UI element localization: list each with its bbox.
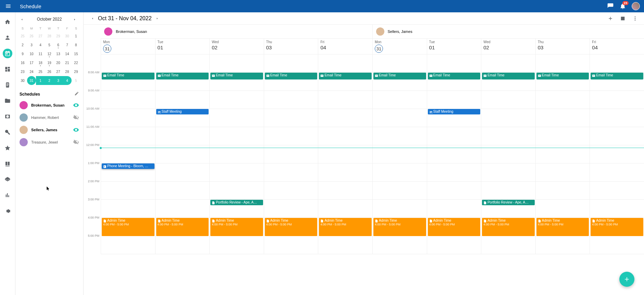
user-avatar[interactable] — [632, 2, 640, 10]
day-header[interactable]: Thu 03 — [264, 39, 318, 54]
day-column[interactable]: Email TimePhone Meeting - Bloom, …Admin … — [101, 54, 155, 254]
mini-cal-day[interactable]: 31 — [27, 76, 36, 85]
nav-person[interactable] — [3, 33, 12, 42]
day-column[interactable]: Email TimeAdmin Time4:00 PM - 5:00 PM — [372, 54, 427, 254]
mini-cal-day[interactable]: 12 — [45, 49, 54, 58]
mini-cal-day[interactable]: 5 — [72, 76, 80, 85]
mini-cal-day[interactable]: 17 — [27, 58, 36, 67]
nav-calendar[interactable] — [3, 49, 12, 58]
mini-cal-day[interactable]: 23 — [18, 67, 27, 76]
event-email[interactable]: Email Time — [210, 73, 263, 79]
mini-cal-day[interactable]: 30 — [63, 32, 72, 40]
mini-cal-day[interactable]: 30 — [18, 76, 27, 85]
day-column[interactable]: Email TimeAdmin Time4:00 PM - 5:00 PM — [535, 54, 590, 254]
event-admin[interactable]: Admin Time4:00 PM - 5:00 PM — [428, 218, 481, 236]
visibility-toggle[interactable] — [73, 102, 79, 108]
day-column[interactable]: Email TimePortfolio Review - Ape, A…Admi… — [209, 54, 264, 254]
event-email[interactable]: Email Time — [156, 73, 209, 79]
event-admin[interactable]: Admin Time4:00 PM - 5:00 PM — [536, 218, 589, 236]
chart-view-icon[interactable] — [619, 14, 627, 23]
mini-cal-day[interactable]: 24 — [27, 67, 36, 76]
event-staff-meeting[interactable]: Staff Meeting — [428, 109, 481, 114]
day-header[interactable]: Tue 01 — [427, 39, 481, 54]
edit-schedules-icon[interactable] — [74, 91, 79, 97]
mini-cal-day[interactable]: 3 — [27, 40, 36, 49]
event-email[interactable]: Email Time — [265, 73, 318, 79]
mini-cal-day[interactable]: 27 — [54, 67, 63, 76]
event-email[interactable]: Email Time — [319, 73, 372, 79]
mini-cal-day[interactable]: 6 — [54, 40, 63, 49]
day-column[interactable]: Email TimeAdmin Time4:00 PM - 5:00 PM — [264, 54, 318, 254]
event-portfolio[interactable]: Portfolio Review - Ape, A… — [482, 200, 535, 205]
mini-cal-day[interactable]: 26 — [45, 67, 54, 76]
event-admin[interactable]: Admin Time4:00 PM - 5:00 PM — [373, 218, 426, 236]
nav-book[interactable] — [3, 159, 12, 169]
mini-cal-day[interactable]: 11 — [36, 49, 45, 58]
menu-button[interactable] — [4, 2, 12, 10]
nav-analytics[interactable] — [3, 190, 12, 200]
day-header[interactable]: Mon 31 — [372, 39, 427, 54]
event-admin[interactable]: Admin Time4:00 PM - 5:00 PM — [482, 218, 535, 236]
event-portfolio[interactable]: Portfolio Review - Ape, A… — [210, 200, 263, 205]
mini-cal-day[interactable]: 28 — [45, 32, 54, 40]
day-column[interactable]: Email TimeStaff MeetingAdmin Time4:00 PM… — [427, 54, 481, 254]
event-email[interactable]: Email Time — [591, 73, 643, 79]
day-header[interactable]: Wed 02 — [209, 39, 264, 54]
mini-cal-day[interactable]: 2 — [18, 40, 27, 49]
mini-cal-day[interactable]: 5 — [45, 40, 54, 49]
mini-cal-day[interactable]: 21 — [63, 58, 72, 67]
event-email[interactable]: Email Time — [102, 73, 154, 79]
mini-cal-day[interactable]: 3 — [54, 76, 63, 85]
mini-cal-day[interactable]: 29 — [72, 67, 80, 76]
mini-cal-next[interactable] — [73, 16, 78, 22]
mini-cal-day[interactable]: 13 — [54, 49, 63, 58]
mini-cal-day[interactable]: 20 — [54, 58, 63, 67]
event-admin[interactable]: Admin Time4:00 PM - 5:00 PM — [210, 218, 263, 236]
mini-cal-day[interactable]: 10 — [27, 49, 36, 58]
mini-cal-day[interactable]: 14 — [63, 49, 72, 58]
visibility-toggle[interactable] — [73, 127, 79, 133]
nav-folder[interactable] — [3, 96, 12, 106]
day-column[interactable]: Email TimeAdmin Time4:00 PM - 5:00 PM — [590, 54, 644, 254]
day-header[interactable]: Wed 02 — [481, 39, 535, 54]
add-event-icon[interactable] — [606, 14, 615, 23]
schedule-item[interactable]: Brokerman, Susan — [18, 99, 80, 111]
visibility-toggle[interactable] — [73, 139, 79, 145]
range-next[interactable] — [153, 14, 161, 23]
visibility-toggle[interactable] — [73, 114, 79, 121]
day-header[interactable]: Thu 03 — [535, 39, 590, 54]
mini-cal-day[interactable]: 7 — [63, 40, 72, 49]
event-email[interactable]: Email Time — [428, 73, 481, 79]
event-email[interactable]: Email Time — [373, 73, 426, 79]
mini-cal-day[interactable]: 4 — [63, 76, 72, 85]
mini-cal-day[interactable]: 29 — [54, 32, 63, 40]
event-admin[interactable]: Admin Time4:00 PM - 5:00 PM — [102, 218, 154, 236]
chat-icon[interactable] — [607, 3, 614, 10]
mini-cal-day[interactable]: 27 — [36, 32, 45, 40]
event-email[interactable]: Email Time — [482, 73, 535, 79]
nav-wrench[interactable] — [3, 127, 12, 137]
notifications-icon[interactable]: 23 — [619, 3, 626, 10]
event-admin[interactable]: Admin Time4:00 PM - 5:00 PM — [265, 218, 318, 236]
nav-dashboard[interactable] — [3, 64, 12, 74]
nav-home[interactable] — [3, 17, 12, 27]
mini-cal-day[interactable]: 15 — [72, 49, 80, 58]
day-header[interactable]: Mon 31 — [101, 39, 155, 54]
event-staff-meeting[interactable]: Staff Meeting — [156, 109, 209, 114]
mini-cal-day[interactable]: 1 — [72, 32, 80, 40]
mini-cal-day[interactable]: 2 — [45, 76, 54, 85]
day-header[interactable]: Fri 04 — [318, 39, 372, 54]
range-prev[interactable] — [88, 14, 97, 23]
mini-cal-day[interactable]: 1 — [36, 76, 45, 85]
mini-cal-day[interactable]: 25 — [18, 32, 27, 40]
event-admin[interactable]: Admin Time4:00 PM - 5:00 PM — [319, 218, 372, 236]
mini-cal-prev[interactable] — [20, 16, 26, 22]
day-header[interactable]: Fri 04 — [590, 39, 644, 54]
mini-cal-day[interactable]: 25 — [36, 67, 45, 76]
mini-cal-day[interactable]: 4 — [36, 40, 45, 49]
event-admin[interactable]: Admin Time4:00 PM - 5:00 PM — [156, 218, 209, 236]
schedule-item[interactable]: Hammer, Robert — [18, 111, 80, 124]
event-admin[interactable]: Admin Time4:00 PM - 5:00 PM — [591, 218, 643, 236]
fab-add[interactable] — [619, 272, 634, 287]
day-column[interactable]: Email TimeStaff MeetingAdmin Time4:00 PM… — [155, 54, 210, 254]
